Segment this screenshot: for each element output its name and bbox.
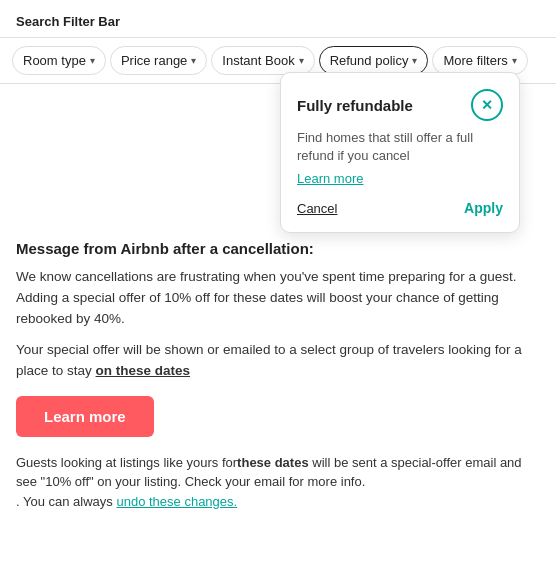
apply-button[interactable]: Apply — [464, 200, 503, 216]
filter-refund-policy[interactable]: Refund policy ▾ — [319, 46, 429, 75]
page-title: Search Filter Bar — [0, 0, 556, 37]
filter-instant-book[interactable]: Instant Book ▾ — [211, 46, 314, 75]
filter-price-range[interactable]: Price range ▾ — [110, 46, 207, 75]
bottom-note: Guests looking at listings like yours fo… — [0, 453, 556, 512]
dropdown-header: Fully refundable ✕ — [297, 89, 503, 121]
filter-price-range-label: Price range — [121, 53, 187, 68]
note1-prefix: Guests looking at listings like yours fo… — [16, 455, 237, 470]
note1-highlight: these dates — [237, 455, 309, 470]
filter-room-type-label: Room type — [23, 53, 86, 68]
filter-room-type[interactable]: Room type ▾ — [12, 46, 106, 75]
bottom-note-line1: Guests looking at listings like yours fo… — [16, 453, 540, 492]
dropdown-actions: Cancel Apply — [297, 200, 503, 216]
chevron-down-icon: ▾ — [412, 55, 417, 66]
filter-more-filters[interactable]: More filters ▾ — [432, 46, 527, 75]
chevron-down-icon: ▾ — [299, 55, 304, 66]
bottom-note-line2: . You can always undo these changes. — [16, 492, 540, 512]
message-section: Message from Airbnb after a cancellation… — [0, 224, 556, 453]
learn-more-button[interactable]: Learn more — [16, 396, 154, 437]
chevron-down-icon: ▾ — [512, 55, 517, 66]
refund-policy-dropdown: Fully refundable ✕ Find homes that still… — [280, 72, 520, 233]
filter-more-filters-label: More filters — [443, 53, 507, 68]
message-body-2: Your special offer will be shown or emai… — [16, 340, 540, 382]
toggle-close-button[interactable]: ✕ — [471, 89, 503, 121]
cancel-button[interactable]: Cancel — [297, 201, 337, 216]
message-body-1: We know cancellations are frustrating wh… — [16, 267, 540, 330]
undo-link[interactable]: undo these changes. — [116, 494, 237, 509]
message-heading: Message from Airbnb after a cancellation… — [16, 240, 540, 257]
chevron-down-icon: ▾ — [90, 55, 95, 66]
dropdown-learn-more-link[interactable]: Learn more — [297, 171, 503, 186]
dropdown-title: Fully refundable — [297, 97, 413, 114]
message-body2-highlight: on these dates — [96, 363, 191, 378]
dropdown-description: Find homes that still offer a full refun… — [297, 129, 503, 165]
message-body2-prefix: Your special offer will be shown or emai… — [16, 342, 522, 378]
filter-instant-book-label: Instant Book — [222, 53, 294, 68]
filter-refund-policy-label: Refund policy — [330, 53, 409, 68]
note2-prefix: . You can always — [16, 494, 116, 509]
chevron-down-icon: ▾ — [191, 55, 196, 66]
